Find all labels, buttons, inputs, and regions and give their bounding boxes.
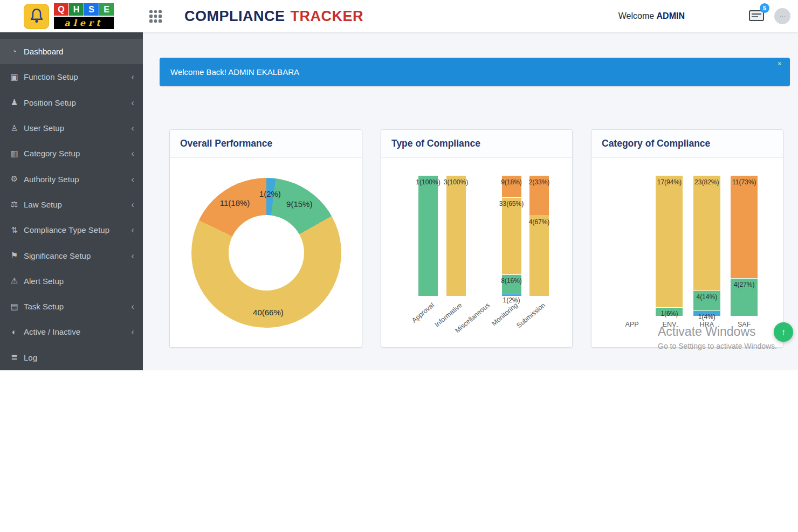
welcome-prefix: Welcome — [618, 11, 654, 20]
card-title-overall-performance: Overall Performance — [180, 138, 272, 149]
sidebar-item-significance-setup[interactable]: ⚑Significance Setup‹ — [0, 243, 143, 268]
sidebar-item-alert-setup[interactable]: ⚠Alert Setup — [0, 268, 143, 294]
sidebar-item-compliance-type-setup[interactable]: ⇅Compliance Type Setup‹ — [0, 217, 143, 243]
toggle-icon: ◐ — [8, 327, 21, 336]
sidebar-item-label: Log — [24, 353, 134, 362]
apps-grid-icon[interactable] — [149, 10, 162, 23]
bar-segment-label: 9(18%) — [501, 178, 522, 186]
chevron-left-icon: ‹ — [131, 251, 134, 260]
welcome-text: Welcome ADMIN — [618, 11, 685, 21]
sidebar-item-label: Position Setup — [24, 98, 131, 107]
chevron-left-icon: ‹ — [131, 72, 134, 81]
welcome-banner-text: Welcome Back! ADMIN EKALBARA — [170, 67, 299, 77]
bar-segment-label: 33(65%) — [499, 200, 524, 208]
logo-alert-word: alert — [54, 17, 114, 29]
compliance-type-icon: ⇅ — [8, 225, 21, 235]
welcome-banner: Welcome Back! ADMIN EKALBARA × — [160, 58, 790, 86]
stacked-bar-saf — [731, 176, 758, 316]
sidebar-item-category-setup[interactable]: ▥Category Setup‹ — [0, 141, 143, 166]
category-of-compliance-card: APP17(94%)1(6%)ENV23(82%)4(14%)1(4%)HRA1… — [591, 129, 783, 348]
donut-segment-label: 11(18%) — [220, 198, 250, 207]
sidebar: ◔Dashboard▣Function Setup‹♟Position Setu… — [0, 32, 143, 370]
sidebar-item-active-inactive[interactable]: ◐Active / Inactive‹ — [0, 319, 143, 344]
x-axis-label: HRA — [700, 321, 714, 328]
sidebar-item-user-setup[interactable]: ♙User Setup‹ — [0, 115, 143, 141]
bar-segment — [502, 197, 521, 275]
card-header: Overall Performance — [170, 130, 362, 158]
logo-letter: S — [84, 3, 99, 16]
sidebar-item-label: Active / Inactive — [24, 327, 131, 336]
sidebar-item-log[interactable]: ≣Log — [0, 345, 143, 370]
overall-performance-donut-chart: 1(2%)9(15%)40(66%)11(18%) — [191, 178, 341, 328]
sidebar-item-label: Dashboard — [24, 47, 134, 56]
alert-icon: ⚠ — [8, 276, 21, 286]
bell-logo-icon — [24, 4, 49, 29]
user-avatar[interactable] — [774, 8, 790, 24]
x-axis-label: Submission — [515, 301, 547, 329]
stacked-bar-submission — [529, 176, 549, 296]
bar-segment-label: 4(14%) — [696, 293, 717, 301]
donut-hole — [229, 215, 304, 291]
notifications-button[interactable]: 5 — [748, 9, 765, 24]
scroll-to-top-button[interactable]: ↑ — [774, 322, 793, 342]
type-of-compliance-card: 1(100%)Approval3(100%)InformativeMiscell… — [381, 129, 573, 348]
stacked-bar-informative — [446, 176, 466, 296]
bar-segment — [656, 176, 683, 307]
sidebar-item-authority-setup[interactable]: ⚙Authority Setup‹ — [0, 166, 143, 191]
donut-segment-label: 1(2%) — [259, 189, 281, 198]
task-icon: ▤ — [8, 302, 21, 312]
chevron-left-icon: ‹ — [131, 98, 134, 107]
logo-text: QHSE alert — [54, 3, 114, 29]
sidebar-item-position-setup[interactable]: ♟Position Setup‹ — [0, 90, 143, 115]
x-axis-label: SAF — [738, 321, 751, 328]
bar-segment-label: 2(33%) — [529, 178, 550, 186]
bar-segment — [693, 176, 720, 291]
banner-close-icon[interactable]: × — [774, 59, 785, 68]
bar-segment-label: 1(4%) — [698, 313, 716, 321]
x-axis-label: Approval — [410, 301, 436, 324]
donut-segment-label: 9(15%) — [286, 199, 312, 208]
donut-segment-label: 40(66%) — [253, 307, 284, 316]
sidebar-item-dashboard[interactable]: ◔Dashboard — [0, 39, 143, 64]
sidebar-item-label: Task Setup — [24, 302, 131, 311]
law-icon: ⚖ — [8, 199, 21, 209]
header-right-cluster: Welcome ADMIN 5 — [618, 8, 790, 24]
bar-segment-label: 11(73%) — [732, 178, 756, 186]
user-icon: ♙ — [8, 123, 21, 133]
logo-qhse-letters: QHSE — [54, 3, 114, 16]
sidebar-item-label: Law Setup — [24, 200, 131, 209]
category-icon: ▥ — [8, 149, 21, 158]
bar-segment-label: 23(82%) — [694, 178, 719, 186]
notification-badge: 5 — [760, 3, 769, 13]
sidebar-item-label: Compliance Type Setup — [24, 225, 131, 234]
dashboard-icon: ◔ — [8, 47, 21, 56]
app-title-secondary: TRACKER — [291, 8, 364, 24]
sidebar-item-law-setup[interactable]: ⚖Law Setup‹ — [0, 192, 143, 217]
sidebar-item-task-setup[interactable]: ▤Task Setup‹ — [0, 294, 143, 319]
significance-icon: ⚑ — [8, 251, 21, 260]
bar-segment — [418, 176, 438, 296]
type-of-compliance-chart: 1(100%)Approval3(100%)InformativeMiscell… — [381, 130, 572, 347]
stacked-bar-approval — [418, 176, 438, 296]
x-axis-label: APP — [625, 321, 638, 328]
stacked-bar-env — [656, 176, 683, 316]
bar-segment-label: 17(94%) — [657, 178, 682, 186]
sidebar-item-function-setup[interactable]: ▣Function Setup‹ — [0, 64, 143, 89]
sidebar-item-label: User Setup — [24, 123, 131, 133]
bar-segment-label: 4(67%) — [529, 218, 550, 226]
function-icon: ▣ — [8, 72, 21, 82]
main-content: Welcome Back! ADMIN EKALBARA × Overall P… — [143, 32, 798, 370]
app-logo[interactable]: QHSE alert — [24, 3, 114, 29]
logo-letter: H — [69, 3, 84, 16]
bar-segment — [529, 216, 549, 296]
chevron-left-icon: ‹ — [131, 327, 134, 336]
arrow-up-icon: ↑ — [781, 327, 786, 337]
category-of-compliance-chart: APP17(94%)1(6%)ENV23(82%)4(14%)1(4%)HRA1… — [591, 130, 783, 347]
chevron-left-icon: ‹ — [131, 149, 134, 158]
logo-letter: Q — [54, 3, 68, 16]
sidebar-item-label: Category Setup — [24, 149, 131, 158]
bar-segment-label: 1(100%) — [416, 178, 440, 186]
chevron-left-icon: ‹ — [131, 123, 134, 133]
app-title: COMPLIANCETRACKER — [184, 8, 363, 25]
bar-segment — [731, 176, 758, 278]
